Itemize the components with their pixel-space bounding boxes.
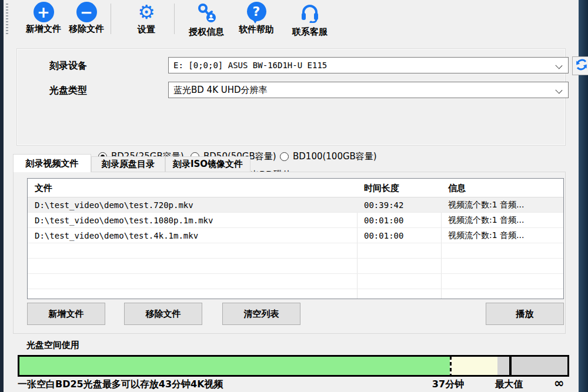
cell-duration: 00:01:00 [357,213,441,228]
cell-file: D:\test_video\demo\test.720p.mkv [28,197,357,213]
toolbar-grip-handle[interactable] [6,4,8,34]
used-minutes-label: 37分钟 [419,378,477,391]
add-file-button-label: 新增文件 [49,309,84,320]
table-empty-row [28,289,563,299]
screen-edge-left [0,0,4,392]
toolbar-remove-file-button[interactable]: − 移除文件 [65,2,108,37]
disc-space-title: 光盘空间使用 [26,340,79,351]
burn-device-value: E: [0;0;0] ASUS BW-16D1H-U E115 [173,61,327,70]
add-circle-icon: + [34,2,54,22]
gear-icon: ⚙ [138,2,155,23]
toolbar-license-button[interactable]: 授权信息 [185,2,228,37]
toolbar-add-file-label: 新增文件 [26,24,61,35]
toolbar-add-file-button[interactable]: + 新增文件 [22,2,65,37]
burn-device-select[interactable]: E: [0;0;0] ASUS BW-16D1H-U E115 [168,57,569,73]
cell-duration: 00:39:42 [357,197,441,213]
chevron-down-icon [555,62,562,69]
tab-burn-iso-image[interactable]: 刻录ISO镜像文件 [165,156,250,172]
remove-circle-icon: − [76,2,97,22]
cell-file: D:\test_video\demo\test.4k.1m.mkv [28,228,357,243]
add-file-button[interactable]: 新增文件 [27,303,105,325]
key-license-icon [195,2,218,25]
cell-info: 视频流个数:1 音频... [441,213,563,228]
toolbar-license-label: 授权信息 [189,26,224,38]
toolbar-separator [111,4,111,34]
remove-file-button[interactable]: 移除文件 [124,303,202,325]
table-empty-row [28,259,563,274]
file-list-table[interactable]: 文件 时间长度 信息 D:\test_video\demo\test.720p.… [27,178,564,299]
toolbar-settings-button[interactable]: ⚙ 设置 [125,2,168,37]
tab-burn-disc-folder-label: 刻录原盘目录 [102,159,155,170]
main-toolbar: + 新增文件 − 移除文件 ⚙ 设置 授权信息 ? 软件帮助 [4,0,579,39]
toolbar-support-button[interactable]: 联系客服 [288,2,332,37]
chevron-down-icon [555,86,562,93]
clear-list-button-label: 清空列表 [244,309,279,320]
refresh-devices-button[interactable] [572,56,588,75]
burn-video-tab-panel: 文件 时间长度 信息 D:\test_video\demo\test.720p.… [13,172,566,334]
play-button-label: 播放 [516,309,534,320]
table-empty-row [28,274,563,289]
toolbar-help-label: 软件帮助 [239,24,274,35]
used-space-segment [19,357,450,375]
header-file: 文件 [28,179,357,197]
cell-file: D:\test_video\demo\test.1080p.1m.mkv [28,213,357,228]
header-info: 信息 [441,179,563,197]
disc-type-label: 光盘类型 [49,85,87,97]
radio-bd100-label: BD100(100GB容量) [293,151,377,162]
infinity-symbol: ∞ [554,376,564,390]
remove-file-button-label: 移除文件 [146,309,181,320]
refresh-icon [575,58,588,73]
tab-burn-video-files-label: 刻录视频文件 [26,158,79,169]
clear-list-button[interactable]: 清空列表 [222,303,300,325]
table-row[interactable]: D:\test_video\demo\test.4k.1m.mkv 00:01:… [28,228,563,243]
toolbar-help-button[interactable]: ? 软件帮助 [235,2,278,37]
tab-burn-disc-folder[interactable]: 刻录原盘目录 [91,156,165,172]
burn-settings-groupbox: 刻录设备 E: [0;0;0] ASUS BW-16D1H-U E115 光盘类… [16,48,566,146]
toolbar-remove-file-label: 移除文件 [69,24,104,35]
file-table-header: 文件 时间长度 信息 [28,179,563,197]
toolbar-support-label: 联系客服 [292,26,328,38]
help-bubble-icon: ? [247,2,266,23]
cell-info: 视频流个数:1 音频... [441,228,563,243]
disc-capacity-note: 一张空白BD25光盘最多可以存放43分钟4K视频 [18,378,223,391]
radio-unselected-icon [280,152,289,161]
max-value-label: 最大值 [481,378,537,391]
table-row[interactable]: D:\test_video\demo\test.720p.mkv 00:39:4… [28,197,563,213]
radio-bd100[interactable]: BD100(100GB容量) [280,151,377,162]
toolbar-separator [174,4,175,34]
tab-burn-iso-image-label: 刻录ISO镜像文件 [173,159,243,170]
max-capacity-marker-line [509,356,512,376]
header-duration: 时间长度 [357,179,441,197]
cell-duration: 00:01:00 [357,228,441,243]
toolbar-settings-label: 设置 [138,24,155,35]
disc-type-value: 蓝光BD 4K UHD分辨率 [173,85,268,96]
table-row[interactable]: D:\test_video\demo\test.1080p.1m.mkv 00:… [28,213,563,228]
burn-device-label: 刻录设备 [49,60,87,72]
disc-space-bar [18,355,569,377]
headset-icon [299,2,321,25]
used-marker-dashed-line [450,356,452,376]
disc-type-select[interactable]: 蓝光BD 4K UHD分辨率 [168,82,569,98]
tab-burn-video-files[interactable]: 刻录视频文件 [13,154,91,172]
cell-info: 视频流个数:1 音频... [441,197,563,213]
table-empty-row [28,243,563,259]
remaining-space-segment [450,357,497,375]
overflow-space-segment [497,357,567,375]
play-button[interactable]: 播放 [486,303,564,325]
